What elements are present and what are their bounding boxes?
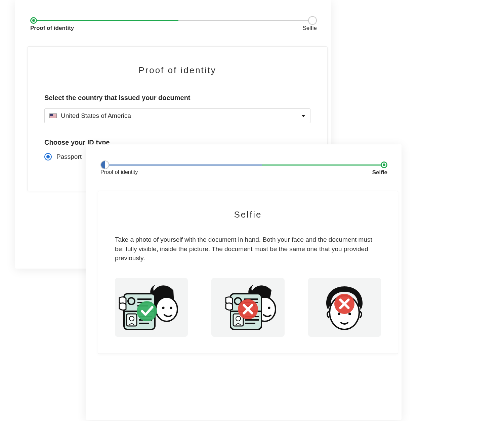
svg-point-0 <box>156 297 177 321</box>
example-wrong-no-document <box>308 278 381 337</box>
selfie-no-doc-icon <box>311 280 378 334</box>
svg-point-24 <box>236 316 241 321</box>
svg-point-16 <box>268 307 270 309</box>
svg-point-30 <box>338 313 340 315</box>
svg-point-1 <box>162 307 164 309</box>
svg-point-2 <box>170 307 172 309</box>
selfie-correct-icon <box>118 280 185 334</box>
example-wrong-face-covered <box>211 278 284 337</box>
radio-selected-icon <box>44 153 52 160</box>
country-select[interactable]: United States of America <box>44 108 310 123</box>
step-dot-proof-of-identity[interactable] <box>100 160 109 169</box>
step-dot-selfie[interactable] <box>381 161 387 168</box>
svg-point-10 <box>129 316 134 321</box>
country-prompt: Select the country that issued your docu… <box>44 94 310 102</box>
example-correct <box>115 278 188 337</box>
selfie-panel: Selfie Take a photo of yourself with the… <box>98 191 398 354</box>
progress-fill <box>104 165 262 166</box>
step-dot-selfie[interactable] <box>308 16 317 25</box>
panel-title: Selfie <box>115 209 381 220</box>
chevron-down-icon <box>301 115 305 117</box>
country-selected-value: United States of America <box>61 112 131 120</box>
id-type-option-label: Passport <box>56 153 82 160</box>
us-flag-icon <box>49 113 57 118</box>
example-row <box>115 278 381 337</box>
svg-point-31 <box>348 313 351 315</box>
selfie-screen: Proof of identity Selfie Selfie Take a p… <box>86 144 402 420</box>
progress-fill <box>33 20 178 21</box>
step-label-selfie: Selfie <box>302 25 317 32</box>
step-dot-proof-of-identity[interactable] <box>30 17 37 24</box>
step-label-proof-of-identity: Proof of identity <box>30 25 74 32</box>
svg-point-14 <box>137 301 157 321</box>
selfie-instructions: Take a photo of yourself with the docume… <box>115 235 381 263</box>
selfie-face-covered-icon <box>214 280 282 334</box>
panel-title: Proof of identity <box>44 65 310 76</box>
step-label-selfie: Selfie <box>372 169 387 176</box>
step-label-proof-of-identity: Proof of identity <box>100 169 138 175</box>
